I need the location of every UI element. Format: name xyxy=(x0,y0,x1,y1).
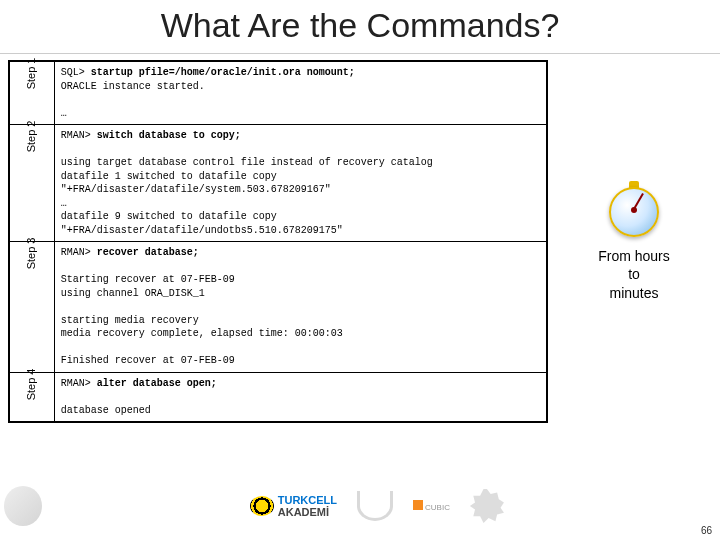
footer-logos: TURKCELL AKADEMİ CUBIC xyxy=(42,489,720,523)
footer: TURKCELL AKADEMİ CUBIC xyxy=(0,476,720,536)
page-number: 66 xyxy=(701,525,712,536)
content-area: Step 1 SQL> startup pfile=/home/oracle/i… xyxy=(0,60,720,423)
corner-graphic-icon xyxy=(4,486,42,526)
callout-text: From hours to minutes xyxy=(598,247,670,302)
step3-label: Step 3 xyxy=(9,242,54,373)
step2-output: RMAN> switch database to copy; using tar… xyxy=(54,125,547,242)
command-table: Step 1 SQL> startup pfile=/home/oracle/i… xyxy=(8,60,548,423)
step1-label: Step 1 xyxy=(9,61,54,125)
side-panel: From hours to minutes xyxy=(548,60,712,423)
step4-label: Step 4 xyxy=(9,372,54,422)
slide-title: What Are the Commands? xyxy=(0,0,720,54)
step2-label: Step 2 xyxy=(9,125,54,242)
turkcell-logo: TURKCELL AKADEMİ xyxy=(250,494,337,518)
step1-output: SQL> startup pfile=/home/oracle/init.ora… xyxy=(54,61,547,125)
gear-icon xyxy=(470,489,504,523)
stopwatch-icon xyxy=(606,181,662,237)
bee-icon xyxy=(250,496,274,516)
cubic-logo: CUBIC xyxy=(413,500,450,512)
step4-output: RMAN> alter database open; database open… xyxy=(54,372,547,422)
laurel-icon xyxy=(357,491,393,521)
step3-output: RMAN> recover database; Starting recover… xyxy=(54,242,547,373)
